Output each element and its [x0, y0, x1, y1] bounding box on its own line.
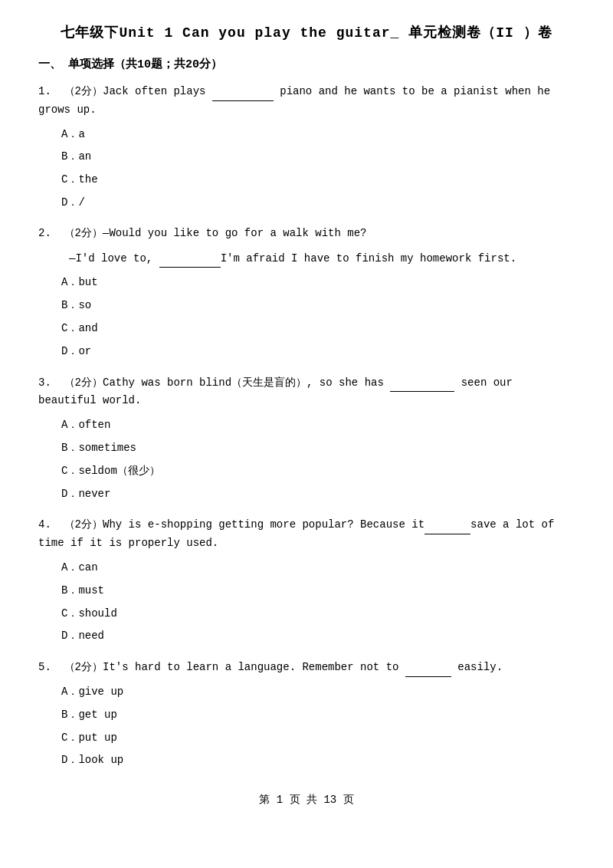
q4-option-b: B．must [61, 582, 575, 600]
q3-prefix: （2分） [64, 376, 103, 389]
q1-option-c: C．the [61, 171, 575, 189]
q1-body: Jack often plays piano and he wants to b… [38, 85, 550, 116]
q1-option-b: B．an [61, 148, 575, 166]
q4-option-a: A．can [61, 559, 575, 577]
q3-option-a: A．often [61, 416, 575, 435]
question-2-text: 2. （2分）—Would you like to go for a walk … [38, 225, 575, 243]
q5-option-a: A．give up [61, 683, 575, 702]
q5-prefix: （2分） [64, 661, 103, 673]
q4-option-c: C．should [61, 605, 575, 623]
q2-option-c: C．and [61, 320, 575, 338]
q2-number: 2. [38, 227, 64, 239]
q2-body: —Would you like to go for a walk with me… [103, 227, 366, 239]
q3-option-c: C．seldom（很少） [61, 462, 575, 481]
q3-option-d: D．never [61, 485, 575, 504]
question-2: 2. （2分）—Would you like to go for a walk … [38, 225, 575, 361]
q3-number: 3. [38, 376, 64, 389]
section1-title: 一、 单项选择（共10题；共20分） [38, 57, 575, 71]
q1-prefix: （2分） [64, 85, 103, 97]
question-3-text: 3. （2分）Cathy was born blind（天生是盲的）, so s… [38, 373, 575, 411]
page-title: 七年级下Unit 1 Can you play the guitar_ 单元检测… [38, 23, 575, 41]
q3-option-b: B．sometimes [61, 439, 575, 458]
q5-option-b: B．get up [61, 706, 575, 725]
question-2-subtext: —I'd love to, I'm afraid I have to finis… [69, 249, 575, 268]
question-3: 3. （2分）Cathy was born blind（天生是盲的）, so s… [38, 373, 575, 504]
q4-body: Why is e-shopping getting more popular? … [38, 518, 554, 549]
q5-body: It's hard to learn a language. Remember … [103, 661, 503, 673]
question-4: 4. （2分）Why is e-shopping getting more po… [38, 515, 575, 646]
question-1: 1. （2分）Jack often plays piano and he wan… [38, 82, 575, 212]
q2-option-d: D．or [61, 343, 575, 361]
q1-option-a: A．a [61, 126, 575, 144]
question-1-text: 1. （2分）Jack often plays piano and he wan… [38, 82, 575, 120]
q3-body: Cathy was born blind（天生是盲的）, so she has … [38, 376, 513, 407]
q2-option-b: B．so [61, 297, 575, 315]
q5-option-c: C．put up [61, 729, 575, 748]
q5-option-d: D．look up [61, 751, 575, 770]
question-5: 5. （2分）It's hard to learn a language. Re… [38, 658, 575, 770]
q4-number: 4. [38, 518, 64, 531]
q5-number: 5. [38, 661, 64, 673]
q2-prefix: （2分） [64, 227, 103, 239]
q2-option-a: A．but [61, 274, 575, 292]
q1-option-d: D．/ [61, 194, 575, 212]
q1-number: 1. [38, 85, 64, 97]
q4-option-d: D．need [61, 627, 575, 646]
page-footer: 第 1 页 共 13 页 [38, 793, 575, 807]
question-4-text: 4. （2分）Why is e-shopping getting more po… [38, 515, 575, 553]
q4-prefix: （2分） [64, 518, 103, 531]
question-5-text: 5. （2分）It's hard to learn a language. Re… [38, 658, 575, 677]
